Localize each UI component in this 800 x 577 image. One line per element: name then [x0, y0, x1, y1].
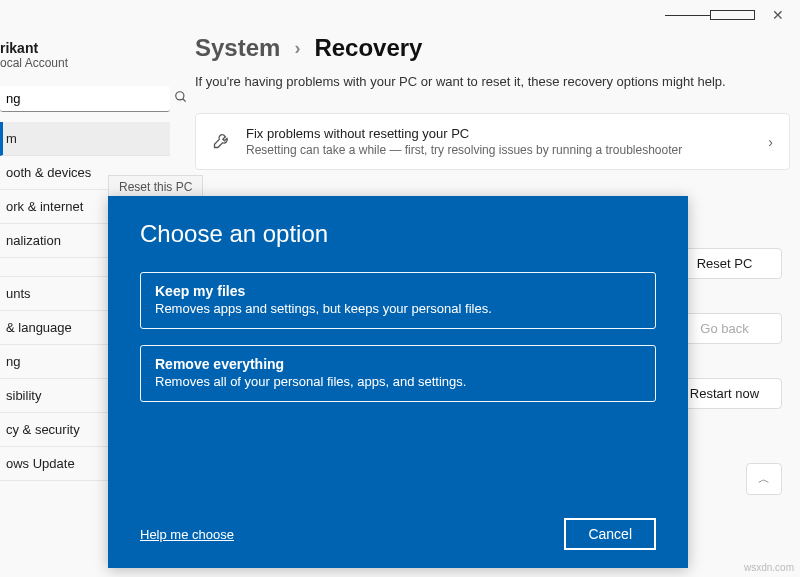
sidebar-item-label: cy & security	[6, 422, 80, 437]
cancel-button[interactable]: Cancel	[564, 518, 656, 550]
card-text: Fix problems without resetting your PC R…	[246, 126, 754, 157]
option-keep-my-files[interactable]: Keep my files Removes apps and settings,…	[140, 272, 656, 329]
modal-tab: Reset this PC	[108, 175, 203, 198]
svg-point-0	[176, 92, 184, 100]
sidebar-item-system[interactable]: m	[0, 122, 170, 156]
dialog-title: Choose an option	[140, 220, 656, 248]
expand-toggle[interactable]: ︿	[746, 463, 782, 495]
reset-pc-dialog: Choose an option Keep my files Removes a…	[108, 196, 688, 568]
chevron-right-icon: ›	[768, 134, 773, 150]
account-type: ocal Account	[0, 56, 162, 70]
chevron-right-icon: ›	[294, 38, 300, 59]
button-label: Cancel	[588, 526, 632, 542]
breadcrumb-parent[interactable]: System	[195, 34, 280, 62]
sidebar-item-label: ows Update	[6, 456, 75, 471]
troubleshooter-card[interactable]: Fix problems without resetting your PC R…	[195, 113, 790, 170]
option-desc: Removes all of your personal files, apps…	[155, 374, 641, 389]
help-me-choose-link[interactable]: Help me choose	[140, 527, 234, 542]
sidebar-item-label: nalization	[6, 233, 61, 248]
sidebar-item-label: unts	[6, 286, 31, 301]
maximize-icon	[710, 10, 755, 20]
page-subtitle: If you're having problems with your PC o…	[195, 74, 790, 89]
sidebar-item-label: ooth & devices	[6, 165, 91, 180]
sidebar-item-label: sibility	[6, 388, 41, 403]
minimize-icon	[665, 15, 710, 16]
option-title: Remove everything	[155, 356, 641, 372]
breadcrumb-current: Recovery	[314, 34, 422, 62]
option-title: Keep my files	[155, 283, 641, 299]
card-title: Fix problems without resetting your PC	[246, 126, 754, 141]
search-icon	[174, 90, 188, 107]
close-button[interactable]: ✕	[755, 0, 800, 30]
minimize-button[interactable]	[665, 0, 710, 30]
card-desc: Resetting can take a while — first, try …	[246, 143, 754, 157]
watermark: wsxdn.com	[744, 562, 794, 573]
chevron-up-icon: ︿	[758, 471, 770, 488]
dialog-footer: Help me choose Cancel	[140, 518, 656, 550]
search-field[interactable]	[6, 91, 174, 106]
option-remove-everything[interactable]: Remove everything Removes all of your pe…	[140, 345, 656, 402]
button-label: Reset PC	[697, 256, 753, 271]
wrench-icon	[212, 130, 232, 153]
close-icon: ✕	[772, 7, 784, 23]
main-content: System › Recovery If you're having probl…	[195, 34, 790, 170]
maximize-button[interactable]	[710, 0, 755, 30]
button-label: Restart now	[690, 386, 759, 401]
sidebar-item-label: & language	[6, 320, 72, 335]
sidebar-item-label: ng	[6, 354, 20, 369]
sidebar-item-label: ork & internet	[6, 199, 83, 214]
option-desc: Removes apps and settings, but keeps you…	[155, 301, 641, 316]
svg-line-1	[183, 99, 186, 102]
sidebar-item-label: m	[6, 131, 17, 146]
search-input[interactable]	[0, 86, 170, 112]
account-name: rikant	[0, 40, 162, 56]
button-label: Go back	[700, 321, 748, 336]
breadcrumb: System › Recovery	[195, 34, 790, 62]
window-controls: ✕	[665, 0, 800, 30]
account-block[interactable]: rikant ocal Account	[0, 40, 170, 74]
